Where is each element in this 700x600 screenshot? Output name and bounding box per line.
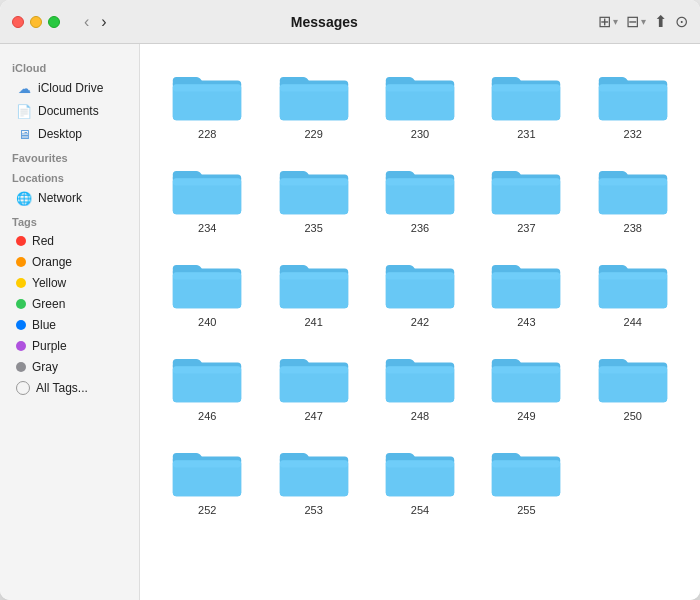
svg-rect-68 — [386, 460, 454, 467]
green-tag-label: Green — [32, 297, 65, 311]
purple-tag-label: Purple — [32, 339, 67, 353]
folder-icon — [597, 160, 669, 218]
folder-icon — [278, 254, 350, 312]
folder-icon — [278, 442, 350, 500]
svg-rect-14 — [599, 84, 667, 91]
folder-icon — [384, 348, 456, 406]
folder-icon — [384, 160, 456, 218]
file-grid-container: 228 229 — [140, 44, 700, 600]
desktop-icon: 🖥 — [16, 126, 32, 142]
folder-icon — [490, 66, 562, 124]
folder-name: 228 — [198, 128, 216, 140]
folder-item[interactable]: 254 — [369, 436, 471, 522]
folder-name: 248 — [411, 410, 429, 422]
folder-item[interactable]: 228 — [156, 60, 258, 146]
folder-item[interactable]: 248 — [369, 342, 471, 428]
folder-item[interactable]: 242 — [369, 248, 471, 334]
view-icon-grid[interactable]: ⊞ ▾ — [598, 12, 618, 31]
folder-item[interactable]: 255 — [475, 436, 577, 522]
folder-item[interactable]: 250 — [582, 342, 684, 428]
svg-rect-59 — [599, 366, 667, 373]
purple-tag-dot — [16, 341, 26, 351]
sidebar-item-tag-gray[interactable]: Gray — [4, 357, 135, 377]
gray-tag-label: Gray — [32, 360, 58, 374]
svg-rect-8 — [386, 84, 454, 91]
sidebar-item-tag-yellow[interactable]: Yellow — [4, 273, 135, 293]
sidebar-item-network[interactable]: 🌐 Network — [4, 187, 135, 209]
sidebar-item-tag-red[interactable]: Red — [4, 231, 135, 251]
list-icon: ⊟ — [626, 12, 639, 31]
folder-item[interactable]: 232 — [582, 60, 684, 146]
red-tag-label: Red — [32, 234, 54, 248]
folder-name: 252 — [198, 504, 216, 516]
svg-rect-29 — [599, 178, 667, 185]
folder-name: 255 — [517, 504, 535, 516]
svg-rect-32 — [173, 272, 241, 279]
folder-item[interactable]: 231 — [475, 60, 577, 146]
window-title: Messages — [59, 14, 590, 30]
folder-name: 241 — [304, 316, 322, 328]
minimize-button[interactable] — [30, 16, 42, 28]
sidebar-item-icloud-drive[interactable]: ☁ iCloud Drive — [4, 77, 135, 99]
folder-icon — [171, 160, 243, 218]
folder-item[interactable]: 234 — [156, 154, 258, 240]
close-button[interactable] — [12, 16, 24, 28]
folder-item[interactable]: 237 — [475, 154, 577, 240]
sidebar-item-desktop[interactable]: 🖥 Desktop — [4, 123, 135, 145]
folder-name: 238 — [624, 222, 642, 234]
grid-icon: ⊞ — [598, 12, 611, 31]
svg-rect-2 — [173, 84, 241, 91]
sidebar-item-tag-green[interactable]: Green — [4, 294, 135, 314]
yellow-tag-dot — [16, 278, 26, 288]
svg-rect-17 — [173, 178, 241, 185]
folder-item[interactable]: 238 — [582, 154, 684, 240]
folder-item[interactable]: 244 — [582, 248, 684, 334]
folder-icon — [278, 348, 350, 406]
icloud-drive-icon: ☁ — [16, 80, 32, 96]
sidebar-item-tag-blue[interactable]: Blue — [4, 315, 135, 335]
svg-rect-53 — [386, 366, 454, 373]
toolbar-right: ⊞ ▾ ⊟ ▾ ⬆ ⊙ — [598, 12, 688, 31]
folder-name: 250 — [624, 410, 642, 422]
sidebar-item-all-tags[interactable]: All Tags... — [4, 378, 135, 398]
folder-name: 235 — [304, 222, 322, 234]
file-grid: 228 229 — [156, 60, 684, 522]
folder-item[interactable]: 241 — [262, 248, 364, 334]
folder-item[interactable]: 249 — [475, 342, 577, 428]
svg-rect-20 — [279, 178, 347, 185]
folder-item[interactable]: 247 — [262, 342, 364, 428]
folder-item[interactable]: 246 — [156, 342, 258, 428]
favourites-section-label: Favourites — [0, 146, 139, 166]
folder-icon — [384, 254, 456, 312]
folder-icon — [597, 66, 669, 124]
sidebar-item-tag-orange[interactable]: Orange — [4, 252, 135, 272]
share-icon[interactable]: ⬆ — [654, 12, 667, 31]
sidebar: iCloud ☁ iCloud Drive 📄 Documents 🖥 Desk… — [0, 44, 140, 600]
folder-item[interactable]: 229 — [262, 60, 364, 146]
folder-item[interactable]: 240 — [156, 248, 258, 334]
titlebar: ‹ › Messages ⊞ ▾ ⊟ ▾ ⬆ ⊙ — [0, 0, 700, 44]
green-tag-dot — [16, 299, 26, 309]
blue-tag-dot — [16, 320, 26, 330]
folder-item[interactable]: 252 — [156, 436, 258, 522]
folder-name: 253 — [304, 504, 322, 516]
svg-rect-35 — [279, 272, 347, 279]
folder-item[interactable]: 236 — [369, 154, 471, 240]
folder-item[interactable]: 235 — [262, 154, 364, 240]
view-icon-list[interactable]: ⊟ ▾ — [626, 12, 646, 31]
sidebar-item-documents[interactable]: 📄 Documents — [4, 100, 135, 122]
folder-item[interactable]: 230 — [369, 60, 471, 146]
folder-item[interactable]: 253 — [262, 436, 364, 522]
svg-rect-56 — [492, 366, 560, 373]
action-icon[interactable]: ⊙ — [675, 12, 688, 31]
documents-icon: 📄 — [16, 103, 32, 119]
folder-name: 246 — [198, 410, 216, 422]
folder-icon — [597, 254, 669, 312]
folder-item[interactable]: 243 — [475, 248, 577, 334]
folder-icon — [490, 254, 562, 312]
folder-icon — [171, 254, 243, 312]
grid-chevron-icon: ▾ — [613, 16, 618, 27]
folder-name: 230 — [411, 128, 429, 140]
folder-name: 247 — [304, 410, 322, 422]
sidebar-item-tag-purple[interactable]: Purple — [4, 336, 135, 356]
